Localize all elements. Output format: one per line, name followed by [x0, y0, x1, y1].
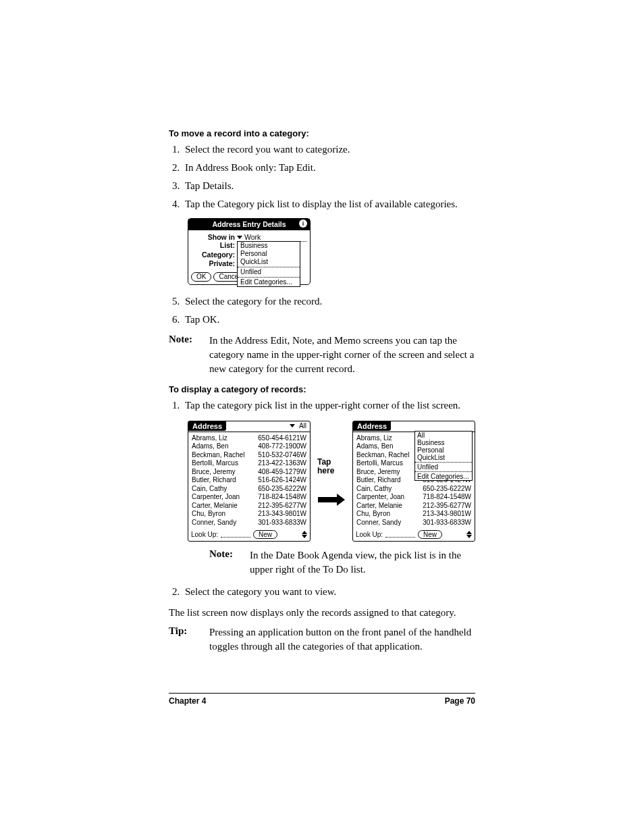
note-text: In the Date Book Agenda view, the pick l…	[250, 548, 475, 577]
step-item: Tap the Category pick list to display th…	[182, 197, 475, 211]
tip-label: Tip:	[169, 625, 209, 654]
footer-chapter: Chapter 4	[169, 696, 206, 706]
list-item[interactable]: Chu, Byron213-343-9801W	[356, 510, 471, 519]
step-item: Tap Details.	[182, 179, 475, 193]
tip-text: Pressing an application button on the fr…	[209, 625, 475, 654]
chevron-down-icon	[290, 424, 295, 427]
scroll-arrows[interactable]	[302, 531, 307, 538]
section-heading-2: To display a category of records:	[169, 384, 475, 394]
new-button[interactable]: New	[418, 530, 442, 539]
new-button[interactable]: New	[253, 530, 277, 539]
down-arrow-icon[interactable]	[466, 535, 472, 538]
body-paragraph: The list screen now displays only the re…	[169, 606, 475, 620]
list-item[interactable]: Abrams, Liz650-454-6121W	[192, 434, 306, 443]
info-icon[interactable]: i	[299, 219, 307, 228]
down-arrow-icon[interactable]	[302, 535, 307, 538]
dropdown-item[interactable]: QuickList	[415, 454, 472, 461]
address-entry-details-dialog: Address Entry Details i Show in List: Wo…	[188, 218, 311, 285]
note-text: In the Address Edit, Note, and Memo scre…	[209, 334, 475, 376]
dialog-title: Address Entry Details	[212, 220, 286, 229]
lookup-label: Look Up:	[356, 531, 383, 538]
step-item: Select the record you want to categorize…	[182, 142, 475, 157]
step-item: Select the category you want to view.	[182, 585, 475, 599]
ok-button[interactable]: OK	[191, 272, 211, 282]
category-picklist[interactable]: All	[290, 421, 310, 429]
category-dropdown[interactable]: Business Personal QuickList Unfiled Edit…	[237, 241, 300, 287]
chevron-down-icon	[237, 236, 242, 239]
step-item: Tap OK.	[182, 313, 475, 327]
list-item[interactable]: Bertolli, Marcus213-422-1363W	[192, 459, 306, 468]
arrow-icon	[318, 496, 345, 504]
note-label: Note:	[209, 548, 250, 577]
list-item[interactable]: Butler, Richard516-626-1424W	[192, 476, 306, 485]
dropdown-item[interactable]: Personal	[238, 250, 300, 258]
list-item[interactable]: Carpenter, Joan718-824-1548W	[356, 493, 471, 502]
note-label: Note:	[169, 334, 209, 376]
private-label: Private:	[192, 259, 237, 268]
dropdown-item[interactable]: Unfiled	[415, 463, 472, 471]
dropdown-item[interactable]: All	[415, 432, 472, 439]
dropdown-item[interactable]: Edit Categories...	[238, 278, 300, 286]
list-item[interactable]: Beckman, Rachel510-532-0746W	[192, 451, 306, 460]
annotation-text: here	[317, 466, 334, 475]
list-item[interactable]: Carter, Melanie212-395-6277W	[356, 502, 471, 511]
list-item[interactable]: Bruce, Jeremy408-459-1279W	[192, 468, 306, 477]
dropdown-item[interactable]: QuickList	[238, 258, 300, 266]
address-tab: Address	[353, 421, 391, 431]
step-item: Select the category for the record.	[182, 294, 475, 309]
up-arrow-icon[interactable]	[466, 531, 472, 534]
category-label: Category:	[192, 251, 237, 259]
address-list-screen-right: Address All Business Personal QuickList …	[352, 421, 475, 542]
step-item: Tap the category pick list in the upper-…	[182, 398, 475, 413]
dropdown-item[interactable]: Unfiled	[238, 268, 300, 276]
lookup-label: Look Up:	[191, 531, 218, 538]
list-item[interactable]: Adams, Ben408-772-1900W	[192, 442, 306, 451]
scroll-arrows[interactable]	[466, 531, 472, 538]
list-item[interactable]: Conner, Sandy301-933-6833W	[192, 519, 306, 527]
dropdown-item[interactable]: Edit Categories...	[415, 473, 472, 480]
section-heading-1: To move a record into a category:	[169, 128, 475, 138]
contact-list[interactable]: Abrams, Liz650-454-6121W Adams, Ben408-7…	[188, 432, 310, 529]
dropdown-item[interactable]: Business	[415, 439, 472, 446]
list-item[interactable]: Chu, Byron213-343-9801W	[192, 510, 306, 519]
category-dropdown[interactable]: All Business Personal QuickList Unfiled …	[414, 431, 473, 481]
address-list-screen-left: Address All Abrams, Liz650-454-6121W Ada…	[188, 421, 311, 542]
address-tab: Address	[188, 421, 226, 431]
dropdown-item[interactable]: Business	[238, 242, 300, 250]
lookup-input[interactable]	[385, 531, 415, 538]
dialog-titlebar: Address Entry Details i	[188, 219, 310, 230]
show-in-list-label: Show in List:	[192, 233, 237, 250]
list-item[interactable]: Carter, Melanie212-395-6277W	[192, 502, 306, 511]
list-item[interactable]: Conner, Sandy301-933-6833W	[356, 519, 471, 527]
dropdown-item[interactable]: Personal	[415, 446, 472, 454]
lookup-input[interactable]	[221, 531, 250, 538]
step-item: In Address Book only: Tap Edit.	[182, 161, 475, 175]
footer-page: Page 70	[445, 696, 475, 706]
annotation-text: Tap	[317, 457, 331, 467]
list-item[interactable]: Cain, Cathy650-235-6222W	[356, 485, 471, 494]
up-arrow-icon[interactable]	[302, 531, 307, 534]
list-item[interactable]: Cain, Cathy650-235-6222W	[192, 485, 306, 494]
list-item[interactable]: Carpenter, Joan718-824-1548W	[192, 493, 306, 502]
